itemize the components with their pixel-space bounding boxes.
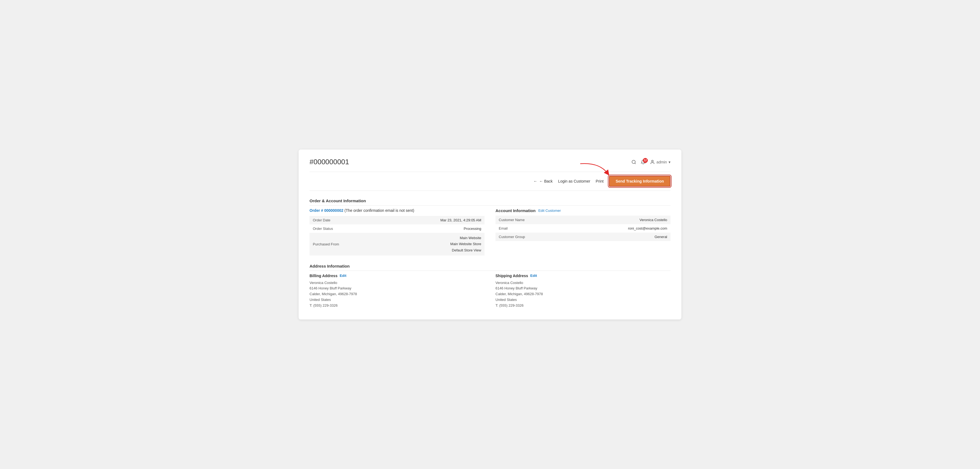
- login-as-customer-label: Login as Customer: [558, 179, 590, 183]
- back-arrow-icon: ←: [533, 179, 537, 183]
- order-account-info-section: Order & Account Information Order # 0000…: [310, 199, 670, 255]
- order-number-link[interactable]: Order # 000000002: [310, 208, 344, 213]
- svg-point-2: [652, 160, 653, 162]
- chevron-down-icon: ▾: [668, 160, 670, 164]
- table-row: Email roni_cost@example.com: [495, 224, 670, 232]
- shipping-address-block: Shipping Address Edit Veronica Costello …: [495, 273, 670, 308]
- billing-address-details: Veronica Costello 6146 Honey Bluff Parkw…: [310, 280, 485, 308]
- purchased-from-value: Main WebsiteMain Website StoreDefault St…: [380, 233, 485, 255]
- address-section-header: Address Information: [310, 264, 670, 271]
- table-row: Order Status Processing: [310, 224, 485, 233]
- print-button[interactable]: Print: [596, 179, 604, 183]
- send-tracking-button[interactable]: Send Tracking Information: [609, 176, 670, 187]
- order-number-row: Order # 000000002 (The order confirmatio…: [310, 208, 485, 213]
- purchased-from-label: Purchased From: [310, 233, 380, 255]
- shipping-name: Veronica Costello: [495, 281, 523, 285]
- order-note-text: (The order confirmation email is not sen…: [345, 208, 414, 213]
- customer-group-value: General: [565, 232, 670, 241]
- email-value: roni_cost@example.com: [565, 224, 670, 232]
- customer-name-label: Customer Name: [495, 216, 565, 224]
- customer-group-label: Customer Group: [495, 232, 565, 241]
- order-status-value: Processing: [380, 224, 485, 233]
- send-tracking-label: Send Tracking Information: [616, 179, 664, 183]
- account-info-table: Customer Name Veronica Costello Email ro…: [495, 216, 670, 241]
- billing-address-block: Billing Address Edit Veronica Costello 6…: [310, 273, 485, 308]
- order-info-col: Order # 000000002 (The order confirmatio…: [310, 208, 485, 255]
- shipping-phone: T: (555) 229-3326: [495, 304, 523, 307]
- header-icons: 12 admin ▾: [632, 160, 670, 165]
- notifications-button[interactable]: 12: [641, 160, 646, 165]
- shipping-address-details: Veronica Costello 6146 Honey Bluff Parkw…: [495, 280, 670, 308]
- account-info-title: Account Information: [495, 208, 536, 213]
- login-as-customer-button[interactable]: Login as Customer: [558, 179, 590, 183]
- main-card: #000000001 12 admin ▾: [299, 149, 681, 319]
- page-title: #000000001: [310, 158, 349, 166]
- billing-phone: T: (555) 229-3326: [310, 304, 338, 307]
- admin-username: admin: [657, 160, 667, 164]
- order-status-label: Order Status: [310, 224, 380, 233]
- table-row: Customer Group General: [495, 232, 670, 241]
- user-icon: [650, 160, 655, 165]
- billing-edit-link[interactable]: Edit: [340, 273, 347, 278]
- table-row: Order Date Mar 23, 2021, 4:29:05 AM: [310, 216, 485, 224]
- edit-customer-link[interactable]: Edit Customer: [538, 208, 561, 213]
- billing-address-title: Billing Address Edit: [310, 273, 485, 278]
- order-account-section-header: Order & Account Information: [310, 199, 670, 205]
- search-button[interactable]: [632, 160, 636, 165]
- shipping-city-state: Calder, Michigan, 49628-7978: [495, 292, 543, 296]
- billing-name: Veronica Costello: [310, 281, 337, 285]
- action-bar: ← ← Back Login as Customer Print Send Tr…: [310, 172, 670, 191]
- order-date-label: Order Date: [310, 216, 380, 224]
- billing-city-state: Calder, Michigan, 49628-7978: [310, 292, 357, 296]
- back-button[interactable]: ← ← Back: [533, 179, 553, 183]
- back-label: ← Back: [539, 179, 553, 183]
- account-info-header-row: Account Information Edit Customer: [495, 208, 670, 213]
- table-row: Purchased From Main WebsiteMain Website …: [310, 233, 485, 255]
- address-two-col: Billing Address Edit Veronica Costello 6…: [310, 273, 670, 308]
- print-label: Print: [596, 179, 604, 183]
- shipping-country: United States: [495, 297, 517, 302]
- svg-point-0: [632, 160, 635, 164]
- billing-country: United States: [310, 297, 331, 302]
- email-label: Email: [495, 224, 565, 232]
- customer-name-value: Veronica Costello: [565, 216, 670, 224]
- page-header: #000000001 12 admin ▾: [310, 158, 670, 166]
- account-info-col: Account Information Edit Customer Custom…: [495, 208, 670, 255]
- order-account-two-col: Order # 000000002 (The order confirmatio…: [310, 208, 670, 255]
- billing-street: 6146 Honey Bluff Parkway: [310, 286, 352, 290]
- table-row: Customer Name Veronica Costello: [495, 216, 670, 224]
- shipping-street: 6146 Honey Bluff Parkway: [495, 286, 537, 290]
- address-info-section: Address Information Billing Address Edit…: [310, 264, 670, 308]
- shipping-address-title: Shipping Address Edit: [495, 273, 670, 278]
- order-date-value: Mar 23, 2021, 4:29:05 AM: [380, 216, 485, 224]
- shipping-edit-link[interactable]: Edit: [530, 273, 537, 278]
- search-icon: [632, 160, 636, 165]
- admin-user-menu[interactable]: admin ▾: [650, 160, 670, 165]
- notification-badge: 12: [643, 158, 648, 163]
- order-info-table: Order Date Mar 23, 2021, 4:29:05 AM Orde…: [310, 216, 485, 255]
- svg-line-1: [635, 163, 635, 164]
